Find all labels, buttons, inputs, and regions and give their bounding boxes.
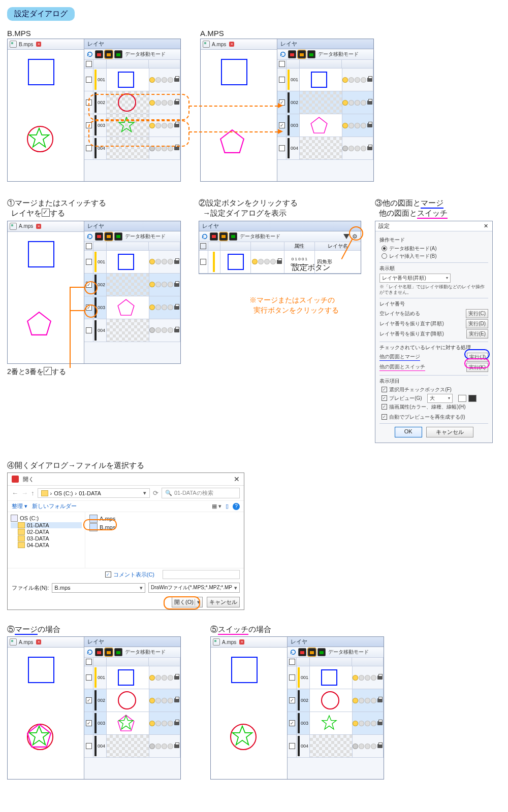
ok-button[interactable]: OK — [395, 427, 422, 437]
checkbox[interactable]: ✓ — [382, 414, 387, 420]
help-icon[interactable]: ? — [233, 503, 240, 510]
annotation-circle — [83, 519, 117, 530]
annotation-circle — [84, 304, 98, 318]
checkbox[interactable]: ✓ — [382, 387, 387, 392]
tab-filename[interactable]: B.mps — [19, 42, 33, 47]
view-icon[interactable]: ▦ ▾ — [212, 503, 221, 510]
printer-icon[interactable] — [174, 78, 179, 82]
folder-tree[interactable]: OS (C:) 01-DATA 02-DATA 03-DATA 04-DATA — [8, 512, 85, 568]
exec-button[interactable]: 実行(E) — [466, 329, 488, 339]
close-icon[interactable]: ✕ — [482, 222, 489, 229]
step2-heading: ②設定ボタンをクリックする →設定ダイアログを表示 — [199, 198, 365, 219]
panel-header — [84, 60, 180, 69]
close-icon[interactable]: ✕ — [234, 475, 240, 483]
preview-size-select[interactable]: 大▾ — [427, 394, 453, 403]
svg-marker-9 — [119, 716, 133, 729]
settings-dialog: 設定✕ 操作モード データ移動モード(A) レイヤ挿入モード(B) 表示順 レイ… — [375, 221, 493, 443]
svg-marker-3 — [311, 117, 327, 133]
mode-label: データ移動モード — [125, 51, 166, 58]
select-all-checkbox[interactable] — [86, 61, 92, 67]
cancel-button[interactable]: キャンセル — [207, 597, 240, 607]
cancel-button[interactable]: キャンセル — [426, 427, 473, 437]
file-list[interactable]: A.mps B.mps — [85, 512, 244, 568]
panel-title: レイヤ — [84, 39, 180, 49]
exec-button[interactable]: 実行(D) — [466, 319, 488, 328]
exec-button[interactable]: 実行(C) — [466, 309, 488, 318]
step1-heading: ①マージまたはスイッチする レイヤをする — [7, 198, 188, 219]
svg-marker-0 — [29, 128, 49, 147]
svg-marker-5 — [118, 299, 134, 315]
annotation-arrow — [189, 131, 278, 132]
annotation-circle — [349, 226, 363, 241]
checkbox-icon — [42, 209, 50, 217]
settings-button-label: 設定ボタン — [292, 263, 330, 273]
search-input[interactable]: 🔍01-DATAの検索 — [162, 488, 240, 498]
checkbox[interactable]: ✓ — [382, 404, 387, 410]
window-merge-result: A.mps× レイヤ データ移動モード 001 ✓002 ✓003 004 — [7, 636, 181, 780]
row-checkbox[interactable] — [86, 145, 92, 151]
title-chip: 設定ダイアログ — [7, 7, 75, 21]
organize-menu[interactable]: 整理 — [12, 503, 23, 509]
filter-icon[interactable] — [343, 234, 350, 239]
filetype-select[interactable]: DraWinファイル(*.MPS;*.MPZ;*.MP▾ — [148, 583, 240, 593]
label-bmps: B.MPS — [7, 29, 190, 38]
layer-panel-wide: レイヤ データ移動モード ⚙ 属性 レイヤ名 — [199, 221, 361, 274]
sort-select[interactable]: レイヤ番号順(昇順)▾ — [379, 274, 451, 283]
svg-marker-4 — [27, 312, 51, 335]
mode-icon-2[interactable] — [105, 50, 113, 58]
row-checkbox-checked[interactable]: ✓ — [279, 122, 285, 128]
radio[interactable] — [382, 246, 387, 251]
nav-up-icon[interactable]: ↑ — [31, 489, 35, 497]
breadcrumb[interactable]: ›OS (C:)›01-DATA ▾ — [38, 488, 150, 498]
mode-icon-1[interactable] — [95, 50, 103, 58]
step5-merge-heading: ⑤マージの場合 — [7, 624, 200, 634]
drive-icon — [11, 515, 18, 522]
window-amps-step1: A.mps× レイヤ データ移動モード 001 ✓002 ✓003 004 — [7, 221, 181, 364]
folder-icon — [41, 490, 48, 496]
row-checkbox[interactable] — [86, 77, 92, 83]
bulb-icon[interactable] — [150, 78, 154, 82]
col-attr: 属性 — [284, 242, 315, 250]
dialog-title: 設定 — [378, 222, 390, 230]
open-dialog-title: 開く — [23, 476, 34, 483]
step1-note: 2番と3番をする — [7, 367, 188, 377]
annotation-dashed-box — [88, 94, 189, 120]
window-switch-result: A.mps× レイヤ データ移動モード 001 ✓002 ✓003 004 — [210, 636, 384, 780]
step3-heading: ③他の図面とマージ 他の図面とスイッチ — [375, 198, 501, 219]
app-icon — [12, 476, 19, 483]
new-folder-button[interactable]: 新しいフォルダー — [32, 503, 77, 509]
doc-icon — [10, 41, 17, 48]
window-amps-before: A.mps× レイヤ データ移動モード 001 ✓002 ✓003 004 — [200, 39, 374, 182]
comment-checkbox[interactable]: コメント表示(C) — [113, 571, 154, 579]
tab-close-icon[interactable]: × — [229, 42, 234, 47]
preview-pane-icon[interactable]: ▯ — [226, 503, 229, 510]
annotation-circle — [164, 596, 200, 610]
radio[interactable] — [382, 253, 387, 259]
svg-marker-10 — [233, 726, 252, 745]
nav-back-icon[interactable]: ← — [12, 489, 18, 497]
filename-input[interactable]: B.mps▾ — [52, 583, 145, 593]
annotation-dashed-box — [88, 120, 189, 147]
checkbox[interactable]: ✓ — [382, 395, 387, 401]
tab-close-icon[interactable]: × — [36, 42, 41, 47]
panel-toolbar: データ移動モード — [84, 49, 180, 60]
annotation-circle — [84, 281, 98, 294]
tabbar: B.mps × — [8, 39, 84, 50]
label-amps: A.MPS — [200, 29, 383, 38]
mode-icon-3[interactable] — [114, 50, 122, 58]
annotation-ring-blue — [464, 349, 490, 359]
svg-marker-2 — [220, 130, 244, 153]
reload-icon[interactable] — [86, 51, 93, 58]
nav-fwd-icon[interactable]: → — [21, 489, 28, 497]
tab-filename[interactable]: A.mps — [212, 42, 226, 47]
annotation-arrow — [189, 106, 278, 107]
filename-label: ファイル名(N): — [12, 584, 49, 592]
step4-heading: ④開くダイアログ→ファイルを選択する — [7, 460, 501, 470]
svg-marker-11 — [322, 716, 336, 729]
refresh-icon[interactable]: ⟳ — [153, 489, 158, 497]
layer-row[interactable]: 001 — [84, 69, 180, 91]
open-dialog: 開く ✕ ← → ↑ ›OS (C:)›01-DATA ▾ ⟳ 🔍01-DATA… — [7, 472, 244, 610]
step2-warning: ※マージまたはスイッチの 実行ボタンをクリックする — [249, 295, 339, 315]
canvas — [8, 50, 84, 181]
svg-marker-7 — [27, 724, 51, 747]
